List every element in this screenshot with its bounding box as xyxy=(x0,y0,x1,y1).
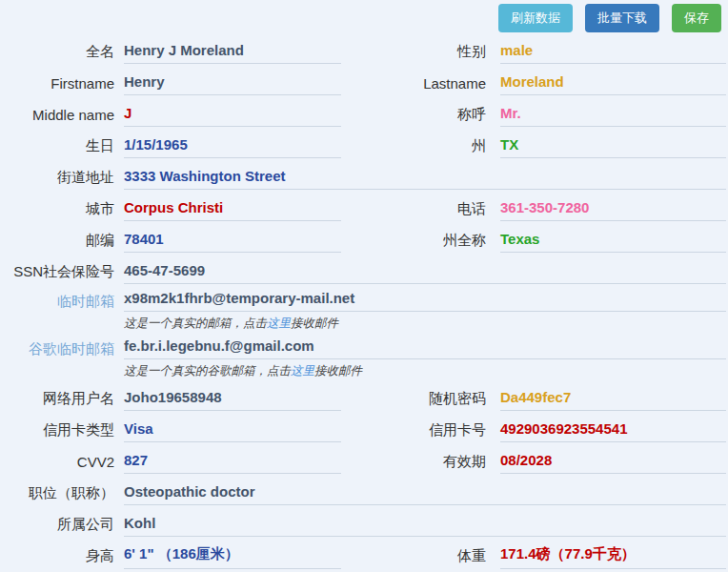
form-row-fullname-gender: 全名 Henry J Moreland 性别 male xyxy=(0,36,728,68)
username-label: 网络用户名 xyxy=(0,390,114,408)
cvv2-value[interactable]: 827 xyxy=(124,450,341,474)
fullname-value[interactable]: Henry J Moreland xyxy=(124,40,341,64)
fullname-label: 全名 xyxy=(0,43,114,61)
form-row-height-weight: 身高 6' 1" （186厘米） 体重 171.4磅（77.9千克） xyxy=(0,541,728,572)
street-label: 街道地址 xyxy=(0,169,114,187)
company-label: 所属公司 xyxy=(0,516,114,534)
occupation-label: 职位（职称） xyxy=(0,484,114,502)
expiry-value[interactable]: 08/2028 xyxy=(500,450,726,474)
gmail-hint-text: 这是一个真实的谷歌邮箱，点击 xyxy=(124,364,291,378)
weight-value[interactable]: 171.4磅（77.9千克） xyxy=(500,543,726,569)
firstname-label: Firstname xyxy=(0,75,114,92)
gmail-label: 谷歌临时邮箱 xyxy=(0,336,114,358)
expiry-label: 有效期 xyxy=(343,453,486,471)
form-row-city-phone: 城市 Corpus Christi 电话 361-350-7280 xyxy=(0,194,728,225)
identity-form: 全名 Henry J Moreland 性别 male Firstname He… xyxy=(0,0,728,572)
card-type-label: 信用卡类型 xyxy=(0,421,114,439)
toolbar: 刷新数据 批量下载 保存 xyxy=(498,4,721,32)
birthday-value[interactable]: 1/15/1965 xyxy=(124,134,341,158)
firstname-value[interactable]: Henry xyxy=(124,72,341,95)
form-row-middlename-title: Middle name J 称呼 Mr. xyxy=(0,99,728,131)
zipcode-label: 邮编 xyxy=(0,232,114,250)
temp-email-hint-text-post: 接收邮件 xyxy=(291,317,338,330)
state-label: 州 xyxy=(343,137,486,155)
state-fullname-label: 州全称 xyxy=(343,232,486,250)
state-value[interactable]: TX xyxy=(500,134,726,158)
form-row-birthday-state: 生日 1/15/1965 州 TX xyxy=(0,131,728,162)
weight-label: 体重 xyxy=(343,547,486,565)
form-row-company: 所属公司 Kohl xyxy=(0,509,728,541)
temp-email-inbox-link[interactable]: 这里 xyxy=(267,317,291,330)
form-row-gmail: 谷歌临时邮箱 fe.br.i.legebnu.f@gmail.com 这是一个真… xyxy=(0,336,728,383)
company-value[interactable]: Kohl xyxy=(124,513,726,537)
height-value[interactable]: 6' 1" （186厘米） xyxy=(124,543,341,569)
form-row-ssn: SSN社会保险号 465-47-5699 xyxy=(0,256,728,288)
lastname-value[interactable]: Moreland xyxy=(500,72,726,95)
form-row-zip-statefull: 邮编 78401 州全称 Texas xyxy=(0,225,728,256)
temp-email-label: 临时邮箱 xyxy=(0,288,114,311)
salutation-label: 称呼 xyxy=(343,106,486,124)
temp-email-hint-text: 这是一个真实的邮箱，点击 xyxy=(124,317,267,330)
city-value[interactable]: Corpus Christi xyxy=(124,197,341,221)
password-label: 随机密码 xyxy=(343,390,486,408)
cvv2-label: CVV2 xyxy=(0,454,114,470)
form-row-firstname-lastname: Firstname Henry Lastname Moreland xyxy=(0,68,728,99)
gender-value[interactable]: male xyxy=(500,40,726,64)
salutation-value[interactable]: Mr. xyxy=(500,103,726,127)
password-value[interactable]: Da449fec7 xyxy=(500,387,726,411)
zipcode-value[interactable]: 78401 xyxy=(124,229,341,253)
refresh-data-button[interactable]: 刷新数据 xyxy=(498,4,573,32)
gmail-value[interactable]: fe.br.i.legebnu.f@gmail.com xyxy=(124,336,726,359)
form-row-username-password: 网络用户名 Joho19658948 随机密码 Da449fec7 xyxy=(0,383,728,415)
birthday-label: 生日 xyxy=(0,137,114,155)
save-button[interactable]: 保存 xyxy=(672,4,721,32)
gmail-inbox-link[interactable]: 这里 xyxy=(291,364,314,378)
phone-label: 电话 xyxy=(343,200,486,218)
street-value[interactable]: 3333 Washington Street xyxy=(124,166,726,190)
phone-value[interactable]: 361-350-7280 xyxy=(500,197,726,221)
card-number-label: 信用卡号 xyxy=(343,421,486,439)
city-label: 城市 xyxy=(0,200,114,218)
username-value[interactable]: Joho19658948 xyxy=(124,387,341,411)
form-row-street: 街道地址 3333 Washington Street xyxy=(0,162,728,194)
middlename-value[interactable]: J xyxy=(124,103,341,127)
gmail-hint: 这是一个真实的谷歌邮箱，点击这里接收邮件 xyxy=(124,359,726,381)
temp-email-hint: 这是一个真实的邮箱，点击这里接收邮件 xyxy=(124,312,726,334)
ssn-value[interactable]: 465-47-5699 xyxy=(124,260,726,284)
state-fullname-value[interactable]: Texas xyxy=(500,229,726,253)
batch-download-button[interactable]: 批量下载 xyxy=(585,4,659,32)
middlename-label: Middle name xyxy=(0,107,114,123)
form-row-temp-email: 临时邮箱 x98m2k1fhrb@temporary-mail.net 这是一个… xyxy=(0,288,728,336)
gender-label: 性别 xyxy=(343,43,486,61)
form-row-cardtype-cardnumber: 信用卡类型 Visa 信用卡号 4929036923554541 xyxy=(0,415,728,446)
occupation-value[interactable]: Osteopathic doctor xyxy=(124,481,726,505)
ssn-label: SSN社会保险号 xyxy=(0,263,114,281)
form-row-cvv-expiry: CVV2 827 有效期 08/2028 xyxy=(0,446,728,478)
temp-email-value[interactable]: x98m2k1fhrb@temporary-mail.net xyxy=(124,288,726,312)
gmail-hint-text-post: 接收邮件 xyxy=(314,364,362,378)
height-label: 身高 xyxy=(0,547,114,565)
card-number-value[interactable]: 4929036923554541 xyxy=(500,419,726,442)
card-type-value[interactable]: Visa xyxy=(124,419,341,442)
form-row-occupation: 职位（职称） Osteopathic doctor xyxy=(0,478,728,509)
lastname-label: Lastname xyxy=(343,75,486,92)
